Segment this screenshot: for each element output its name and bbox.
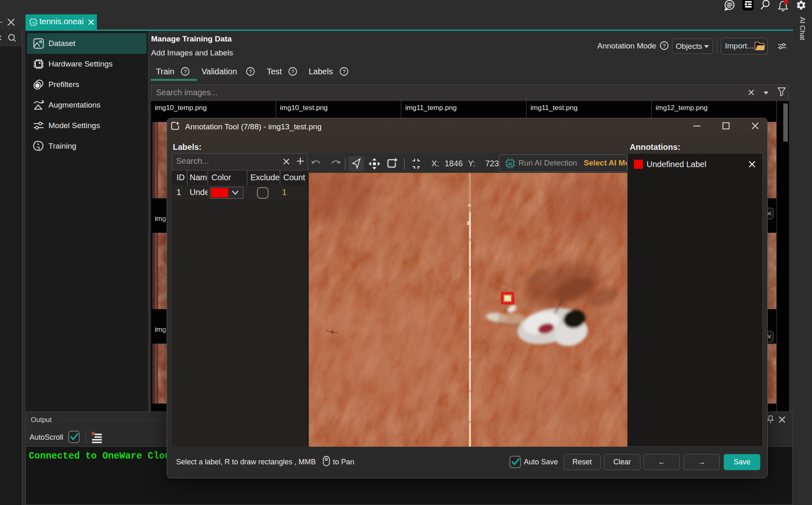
svg-text:?: ?: [249, 69, 252, 75]
svg-text:?: ?: [663, 43, 665, 49]
svg-text:?: ?: [291, 69, 294, 75]
svg-text:?: ?: [342, 69, 345, 75]
svg-text:AI: AI: [32, 21, 35, 25]
svg-text:AI: AI: [508, 161, 512, 166]
svg-text:?: ?: [184, 69, 186, 75]
